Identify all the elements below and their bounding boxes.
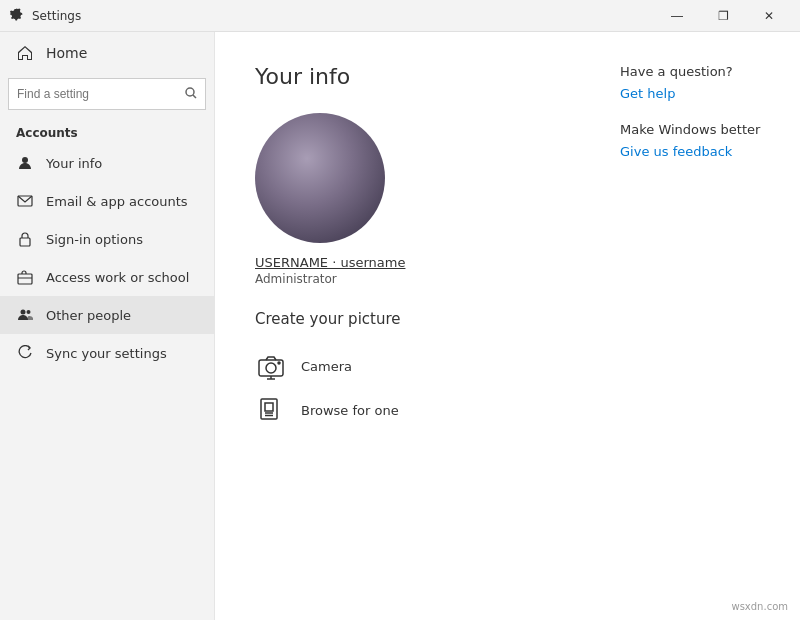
- svg-point-6: [21, 310, 26, 315]
- help-question: Have a question?: [620, 64, 780, 79]
- svg-rect-14: [265, 403, 273, 411]
- help-section: Have a question? Get help: [620, 64, 780, 102]
- sidebar-item-label-work: Access work or school: [46, 270, 189, 285]
- give-feedback-link[interactable]: Give us feedback: [620, 144, 732, 159]
- sidebar-item-label-your-info: Your info: [46, 156, 102, 171]
- avatar: [255, 113, 385, 243]
- sync-icon: [16, 344, 34, 362]
- home-icon: [16, 44, 34, 62]
- sidebar-item-other-people[interactable]: Other people: [0, 296, 214, 334]
- close-button[interactable]: ✕: [746, 0, 792, 32]
- sidebar-item-work[interactable]: Access work or school: [0, 258, 214, 296]
- minimize-button[interactable]: —: [654, 0, 700, 32]
- sidebar-item-sync[interactable]: Sync your settings: [0, 334, 214, 372]
- svg-point-7: [27, 310, 31, 314]
- title-bar-left: Settings: [8, 8, 81, 24]
- group-icon: [16, 306, 34, 324]
- browse-icon: [255, 394, 287, 426]
- settings-icon: [8, 8, 24, 24]
- sidebar-item-label-other-people: Other people: [46, 308, 131, 323]
- camera-label: Camera: [301, 359, 352, 374]
- sidebar: Home Accounts Your info: [0, 32, 215, 620]
- camera-icon: [255, 350, 287, 382]
- home-nav-item[interactable]: Home: [0, 32, 214, 74]
- home-label: Home: [46, 45, 87, 61]
- create-picture-title: Create your picture: [255, 310, 560, 328]
- window-controls: — ❐ ✕: [654, 0, 792, 32]
- sidebar-item-label-sync: Sync your settings: [46, 346, 167, 361]
- briefcase-icon: [16, 268, 34, 286]
- user-name: USERNAME · username: [255, 255, 405, 270]
- right-panel: Have a question? Get help Make Windows b…: [600, 32, 800, 620]
- svg-point-0: [186, 88, 194, 96]
- main-content: Your info USERNAME · username Administra…: [215, 32, 600, 620]
- search-input[interactable]: [17, 87, 185, 101]
- feedback-section: Make Windows better Give us feedback: [620, 122, 780, 160]
- svg-line-1: [193, 95, 196, 98]
- svg-point-10: [278, 362, 280, 364]
- section-accounts-label: Accounts: [0, 118, 214, 144]
- camera-option[interactable]: Camera: [255, 344, 560, 388]
- watermark: wsxdn.com: [731, 601, 788, 612]
- maximize-button[interactable]: ❐: [700, 0, 746, 32]
- avatar-section: USERNAME · username Administrator: [255, 113, 560, 286]
- sidebar-item-your-info[interactable]: Your info: [0, 144, 214, 182]
- sidebar-item-email[interactable]: Email & app accounts: [0, 182, 214, 220]
- svg-point-2: [22, 157, 28, 163]
- app-container: Home Accounts Your info: [0, 32, 800, 620]
- svg-rect-4: [20, 238, 30, 246]
- sidebar-item-label-email: Email & app accounts: [46, 194, 188, 209]
- svg-point-9: [266, 363, 276, 373]
- browse-label: Browse for one: [301, 403, 399, 418]
- email-icon: [16, 192, 34, 210]
- page-title: Your info: [255, 64, 560, 89]
- search-box[interactable]: [8, 78, 206, 110]
- user-role: Administrator: [255, 272, 337, 286]
- person-icon: [16, 154, 34, 172]
- window-title: Settings: [32, 9, 81, 23]
- lock-icon: [16, 230, 34, 248]
- get-help-link[interactable]: Get help: [620, 86, 675, 101]
- search-icon: [185, 87, 197, 102]
- make-better-text: Make Windows better: [620, 122, 780, 137]
- title-bar: Settings — ❐ ✕: [0, 0, 800, 32]
- sidebar-item-label-signin: Sign-in options: [46, 232, 143, 247]
- sidebar-item-signin[interactable]: Sign-in options: [0, 220, 214, 258]
- svg-rect-5: [18, 274, 32, 284]
- browse-option[interactable]: Browse for one: [255, 388, 560, 432]
